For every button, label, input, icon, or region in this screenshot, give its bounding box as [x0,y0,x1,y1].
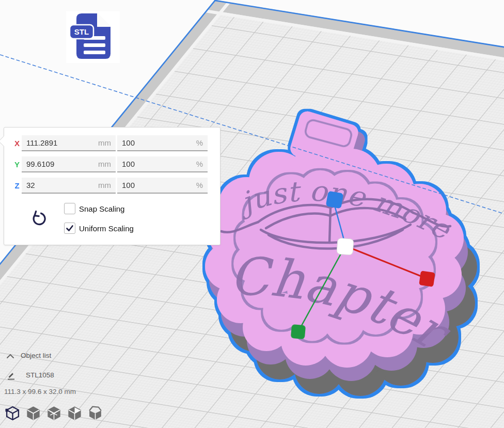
x-size-field: mm [22,135,116,151]
z-percent-field: % [117,178,208,194]
snap-scaling-checkbox[interactable] [64,203,75,214]
reset-arrow-icon [29,209,48,228]
y-percent-unit: % [196,160,203,168]
scale-row-x: X mm % [4,135,220,151]
axis-label-x: X [12,135,22,151]
scale-row-z: Z mm % [4,178,220,194]
uniform-scaling-checkbox[interactable] [64,223,75,234]
anti-overhang-mesh-icon[interactable] [88,406,103,421]
z-size-field: mm [22,178,116,194]
x-size-input[interactable] [26,138,95,147]
object-list-item-name[interactable]: STL1058 [26,371,54,379]
uniform-scaling-label: Uniform Scaling [79,223,134,234]
x-percent-field: % [117,135,208,151]
y-size-field: mm [22,156,116,172]
y-size-input[interactable] [26,160,95,168]
x-percent-input[interactable] [122,138,193,147]
support-mesh-icon[interactable] [26,406,41,421]
y-size-unit: mm [98,160,111,168]
cutting-mesh-icon[interactable] [67,406,82,421]
scale-tool-panel: X mm % Y mm % Z [4,127,220,245]
stl-document-icon: STL [66,11,120,63]
z-percent-input[interactable] [122,181,193,189]
y-percent-field: % [117,156,208,172]
pencil-icon [7,371,15,380]
application-window: just one more Chapter STL [0,0,504,428]
scale-handle-x[interactable] [419,271,435,287]
scale-handle-z[interactable] [326,191,344,209]
infill-mesh-icon[interactable] [46,406,61,421]
snap-scaling-label: Snap Scaling [79,203,124,215]
mesh-type-toolbar [5,406,103,421]
z-percent-unit: % [196,181,203,189]
axis-label-y: Y [12,156,22,172]
x-percent-unit: % [196,138,203,147]
checkmark-icon [66,224,74,232]
scale-row-y: Y mm % [4,156,220,172]
x-size-unit: mm [98,138,111,147]
z-size-unit: mm [98,181,111,189]
y-percent-input[interactable] [122,160,193,168]
chevron-up-icon[interactable] [6,353,14,359]
normal-mesh-icon[interactable] [5,406,20,421]
z-size-input[interactable] [26,181,95,189]
reset-scale-button[interactable] [29,209,48,228]
scale-handle-uniform[interactable] [337,238,354,255]
object-list-header[interactable]: Object list [21,352,51,359]
stl-file-thumbnail: STL [66,11,120,63]
stl-badge-label: STL [74,27,89,36]
axis-label-z: Z [12,178,22,194]
scale-handle-y[interactable] [291,324,306,339]
object-dimensions: 111.3 x 99.6 x 32.0 mm [4,388,76,395]
